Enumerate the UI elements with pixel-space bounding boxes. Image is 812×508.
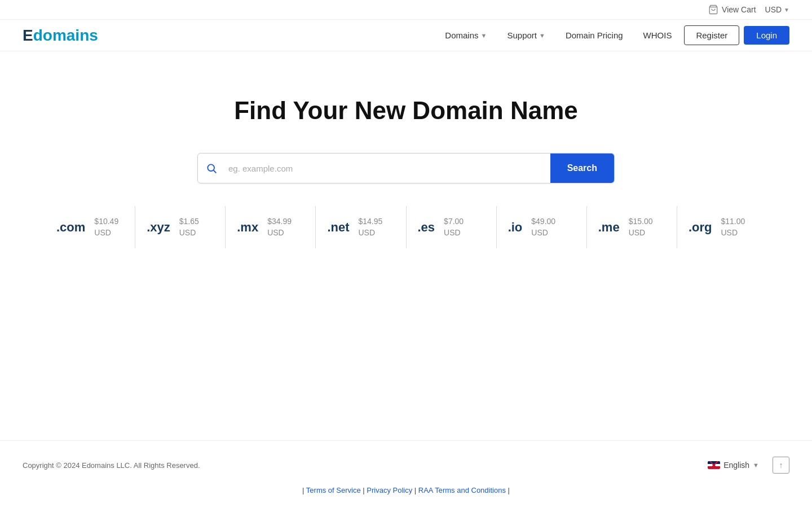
view-cart-label: View Cart: [722, 5, 756, 14]
back-to-top-icon: ↑: [779, 461, 783, 470]
domain-price-item: .es$7.00USD: [407, 206, 497, 248]
nav-item-whois[interactable]: WHOIS: [636, 26, 680, 45]
domain-price-item: .xyz$1.65USD: [135, 206, 226, 248]
domain-extension: .net: [327, 220, 349, 235]
domain-price-value: $1.65USD: [179, 216, 199, 238]
footer-link-end-separator: |: [506, 486, 510, 494]
domain-price-item: .mx$34.99USD: [226, 206, 316, 248]
domain-price-value: $14.95USD: [359, 216, 383, 238]
domain-price-value: $10.49USD: [94, 216, 118, 238]
nav-item-domains[interactable]: Domains ▼: [437, 26, 495, 45]
domain-price-value: $49.00USD: [531, 216, 555, 238]
domain-price-strip: .com$10.49USD.xyz$1.65USD.mx$34.99USD.ne…: [23, 206, 789, 248]
logo-text-blue: domains: [33, 27, 98, 45]
search-button[interactable]: Search: [550, 154, 614, 183]
search-input[interactable]: [225, 156, 550, 181]
header: Edomains Domains ▼ Support ▼ Domain Pric…: [0, 20, 812, 51]
login-button[interactable]: Login: [744, 26, 789, 45]
domain-extension: .me: [598, 220, 620, 235]
view-cart-link[interactable]: View Cart: [708, 5, 756, 15]
nav-support-chevron-icon: ▼: [539, 32, 545, 39]
raa-terms-link[interactable]: RAA Terms and Conditions: [418, 486, 506, 494]
nav-item-domain-pricing[interactable]: Domain Pricing: [558, 26, 631, 45]
language-chevron-icon: ▼: [753, 462, 759, 468]
footer-links: | Terms of Service | Privacy Policy | RA…: [23, 484, 789, 497]
footer-lang: English ▼ ↑: [708, 457, 789, 474]
main-nav: Domains ▼ Support ▼ Domain Pricing WHOIS…: [437, 25, 789, 45]
domain-price-value: $7.00USD: [444, 216, 464, 238]
nav-domains-chevron-icon: ▼: [481, 32, 487, 39]
domain-price-value: $15.00USD: [629, 216, 653, 238]
domain-extension: .xyz: [147, 220, 170, 235]
hero-section: Find Your New Domain Name Search .com$10…: [0, 51, 812, 282]
hero-title: Find Your New Domain Name: [234, 97, 578, 125]
cart-icon: [708, 5, 718, 15]
domain-extension: .mx: [237, 220, 258, 235]
logo-text-dark: E: [23, 27, 33, 45]
terms-of-service-link[interactable]: Terms of Service: [306, 486, 361, 494]
main-content: Find Your New Domain Name Search .com$10…: [0, 51, 812, 440]
nav-whois-label: WHOIS: [643, 30, 672, 40]
nav-support-label: Support: [507, 30, 537, 40]
domain-price-item: .net$14.95USD: [316, 206, 406, 248]
domain-price-value: $11.00USD: [721, 216, 745, 238]
footer-top: Copyright © 2024 Edomains LLC. All Right…: [23, 457, 789, 474]
domain-extension: .io: [508, 220, 523, 235]
nav-item-support[interactable]: Support ▼: [499, 26, 553, 45]
domain-price-item: .com$10.49USD: [45, 206, 135, 248]
domain-extension: .com: [56, 220, 85, 235]
back-to-top-button[interactable]: ↑: [773, 457, 789, 474]
footer: Copyright © 2024 Edomains LLC. All Right…: [0, 440, 812, 508]
nav-domains-label: Domains: [445, 30, 478, 40]
currency-label: USD: [765, 5, 782, 14]
domain-extension: .es: [418, 220, 435, 235]
domain-price-item: .io$49.00USD: [497, 206, 587, 248]
footer-link-separator: |: [302, 486, 306, 494]
domain-search-bar: Search: [197, 153, 615, 183]
footer-copyright: Copyright © 2024 Edomains LLC. All Right…: [23, 461, 200, 470]
search-icon: [206, 163, 217, 174]
logo[interactable]: Edomains: [23, 27, 98, 45]
currency-chevron-icon: ▼: [784, 7, 789, 13]
register-button[interactable]: Register: [684, 25, 739, 45]
svg-point-1: [208, 164, 214, 171]
language-label: English: [723, 461, 749, 470]
svg-line-2: [214, 170, 217, 173]
uk-flag-icon: [708, 461, 720, 469]
search-icon-wrap: [198, 163, 225, 174]
domain-price-value: $34.99USD: [267, 216, 292, 238]
currency-selector[interactable]: USD ▼: [765, 5, 789, 14]
privacy-policy-link[interactable]: Privacy Policy: [367, 486, 412, 494]
language-selector[interactable]: English ▼: [708, 461, 759, 470]
domain-price-item: .org$11.00USD: [677, 206, 767, 248]
nav-domain-pricing-label: Domain Pricing: [566, 30, 623, 40]
domain-price-item: .me$15.00USD: [587, 206, 677, 248]
top-bar: View Cart USD ▼: [0, 0, 812, 20]
domain-extension: .org: [689, 220, 712, 235]
